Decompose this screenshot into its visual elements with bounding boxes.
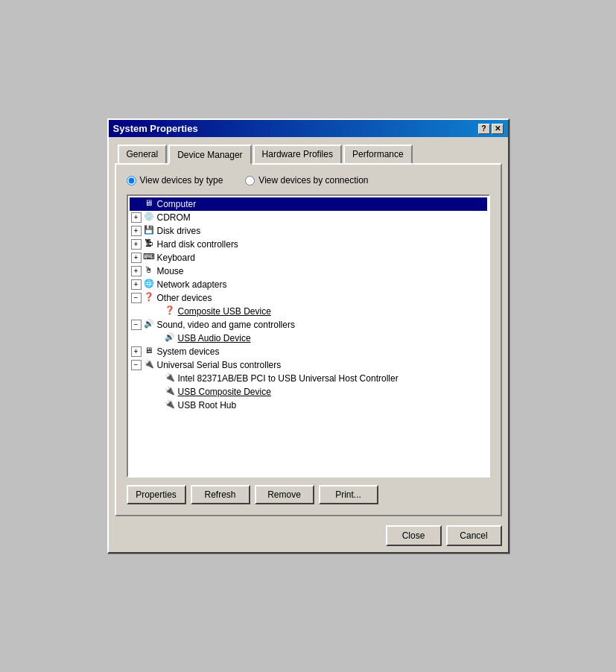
tree-label-sound: Sound, video and game controllers xyxy=(157,320,295,330)
device-manager-panel: View devices by type View devices by con… xyxy=(115,163,502,516)
tree-item-network[interactable]: + 🌐 Network adapters xyxy=(130,278,487,291)
cdrom-icon: 💿 xyxy=(143,212,155,224)
close-button[interactable]: ✕ xyxy=(492,124,504,134)
close-button[interactable]: Close xyxy=(386,525,442,546)
tree-label-usb-audio: USB Audio Device xyxy=(178,333,251,343)
tree-item-computer[interactable]: 🖥 Computer xyxy=(130,197,487,211)
tree-label-mouse: Mouse xyxy=(157,266,184,276)
expand-disk[interactable]: + xyxy=(131,226,142,236)
tree-item-usb-root[interactable]: 🔌 USB Root Hub xyxy=(130,399,487,412)
radio-by-connection[interactable]: View devices by connection xyxy=(245,175,368,186)
tree-item-cdrom[interactable]: + 💿 CDROM xyxy=(130,211,487,224)
expand-system[interactable]: + xyxy=(131,346,142,357)
window-content: General Device Manager Hardware Profiles… xyxy=(109,137,508,522)
composite-usb-icon: ❓ xyxy=(164,305,176,317)
usb-root-icon: 🔌 xyxy=(164,399,176,411)
tree-item-composite-usb[interactable]: ❓ Composite USB Device xyxy=(130,305,487,318)
device-tree[interactable]: 🖥 Computer + 💿 CDROM + 💾 Disk drives xyxy=(127,194,490,478)
radio-by-connection-input[interactable] xyxy=(245,176,255,186)
tree-label-hdc: Hard disk controllers xyxy=(157,239,238,250)
expand-other[interactable]: − xyxy=(131,293,142,303)
tree-label-other: Other devices xyxy=(157,293,212,303)
tree-item-system[interactable]: + 🖥 System devices xyxy=(130,345,487,358)
tree-label-computer: Computer xyxy=(157,199,197,209)
tree-label-usb-root: USB Root Hub xyxy=(178,400,237,411)
refresh-button[interactable]: Refresh xyxy=(191,485,250,504)
expand-keyboard[interactable]: + xyxy=(131,253,142,263)
expand-usb-ctrl[interactable]: − xyxy=(131,360,142,370)
usb-ctrl-icon: 🔌 xyxy=(143,359,155,371)
tab-bar: General Device Manager Hardware Profiles… xyxy=(115,143,502,163)
action-buttons: Properties Refresh Remove Print... xyxy=(127,485,490,504)
view-options: View devices by type View devices by con… xyxy=(127,175,490,186)
tree-label-keyboard: Keyboard xyxy=(157,253,195,263)
tree-label-usb-comp: USB Composite Device xyxy=(178,387,271,397)
properties-button[interactable]: Properties xyxy=(127,485,186,504)
title-bar: System Properties ? ✕ xyxy=(109,120,508,137)
usb-audio-icon: 🔊 xyxy=(164,332,176,344)
expand-network[interactable]: + xyxy=(131,279,142,290)
hdc-icon: 🗜 xyxy=(143,238,155,250)
intel-usb-icon: 🔌 xyxy=(164,373,176,384)
disk-icon: 💾 xyxy=(143,225,155,237)
radio-by-type-input[interactable] xyxy=(127,176,136,186)
expand-hdc[interactable]: + xyxy=(131,239,142,250)
help-button[interactable]: ? xyxy=(478,124,490,134)
radio-by-type[interactable]: View devices by type xyxy=(127,175,223,186)
computer-icon: 🖥 xyxy=(143,198,155,210)
tab-performance[interactable]: Performance xyxy=(343,145,413,165)
tree-label-composite-usb: Composite USB Device xyxy=(178,306,271,317)
tab-hardware-profiles[interactable]: Hardware Profiles xyxy=(253,145,342,165)
radio-by-connection-label: View devices by connection xyxy=(258,175,368,186)
sound-icon: 🔊 xyxy=(143,319,155,331)
tree-item-hdc[interactable]: + 🗜 Hard disk controllers xyxy=(130,238,487,251)
bottom-buttons: Close Cancel xyxy=(109,522,508,552)
radio-by-type-label: View devices by type xyxy=(140,175,223,186)
tree-label-intel-usb: Intel 82371AB/EB PCI to USB Universal Ho… xyxy=(178,373,399,384)
tree-label-cdrom: CDROM xyxy=(157,212,191,223)
tree-label-disk: Disk drives xyxy=(157,226,201,236)
usb-comp-icon: 🔌 xyxy=(164,386,176,398)
tree-item-other[interactable]: − ❓ Other devices xyxy=(130,291,487,305)
tree-item-usb-audio[interactable]: 🔊 USB Audio Device xyxy=(130,332,487,345)
tree-item-usb-ctrl[interactable]: − 🔌 Universal Serial Bus controllers xyxy=(130,358,487,372)
title-bar-buttons: ? ✕ xyxy=(478,124,504,134)
keyboard-icon: ⌨ xyxy=(143,252,155,264)
tree-label-system: System devices xyxy=(157,346,220,357)
tree-item-disk[interactable]: + 💾 Disk drives xyxy=(130,224,487,238)
tree-label-usb-ctrl: Universal Serial Bus controllers xyxy=(157,360,282,370)
expand-mouse[interactable]: + xyxy=(131,266,142,276)
network-icon: 🌐 xyxy=(143,279,155,291)
system-properties-window: System Properties ? ✕ General Device Man… xyxy=(107,118,509,554)
remove-button[interactable]: Remove xyxy=(255,485,314,504)
window-title: System Properties xyxy=(113,123,198,134)
expand-cdrom[interactable]: + xyxy=(131,212,142,223)
tree-item-mouse[interactable]: + 🖱 Mouse xyxy=(130,264,487,278)
print-button[interactable]: Print... xyxy=(319,485,378,504)
tree-item-sound[interactable]: − 🔊 Sound, video and game controllers xyxy=(130,318,487,332)
tab-device-manager[interactable]: Device Manager xyxy=(168,145,251,165)
tree-item-usb-comp[interactable]: 🔌 USB Composite Device xyxy=(130,385,487,399)
expand-sound[interactable]: − xyxy=(131,320,142,330)
other-icon: ❓ xyxy=(143,292,155,304)
mouse-icon: 🖱 xyxy=(143,265,155,277)
tree-item-keyboard[interactable]: + ⌨ Keyboard xyxy=(130,251,487,264)
tree-item-intel-usb[interactable]: 🔌 Intel 82371AB/EB PCI to USB Universal … xyxy=(130,372,487,385)
tree-label-network: Network adapters xyxy=(157,279,227,290)
system-icon: 🖥 xyxy=(143,346,155,358)
cancel-button[interactable]: Cancel xyxy=(446,525,502,546)
tab-general[interactable]: General xyxy=(118,145,168,165)
